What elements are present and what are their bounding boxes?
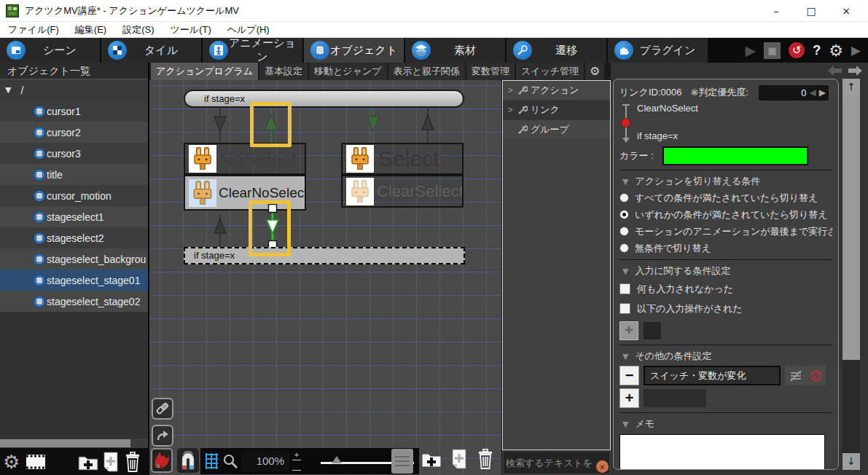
spin-right-icon[interactable]: ▶	[819, 87, 826, 98]
tab-display-parent[interactable]: 表示と親子関係	[388, 63, 465, 80]
section-switch-condition[interactable]: ▼ アクションを切り替える条件	[619, 173, 832, 189]
action-node-clearselect[interactable]: ClearSellect	[341, 175, 464, 208]
tree-item-stageselect1[interactable]: stageselect1	[0, 206, 148, 227]
close-button[interactable]: ×	[839, 5, 853, 17]
disable-condition-icon[interactable]	[810, 370, 822, 382]
maximize-button[interactable]: □	[804, 5, 818, 17]
tree-item-stageselect-stage02[interactable]: stageselect_stage02	[0, 291, 148, 312]
editor-gear-icon[interactable]: ⚙	[585, 63, 604, 80]
action-node-noselect[interactable]: NoSelect	[184, 143, 306, 175]
add-condition-button[interactable]: +	[619, 388, 639, 408]
section-collapse-icon[interactable]: ▼	[622, 177, 628, 187]
action-node-select[interactable]: Select	[341, 143, 464, 175]
checkbox-input-done[interactable]: 以下の入力操作がされた	[619, 299, 832, 318]
flame-render-button[interactable]	[151, 448, 173, 473]
add-action-icon[interactable]	[451, 449, 467, 469]
grid-toggle-icon[interactable]	[205, 452, 219, 470]
condition-node-top[interactable]: if stage=x	[184, 90, 464, 108]
tab-switch-management[interactable]: スイッチ管理	[516, 63, 584, 80]
tree-root-row[interactable]: ▼ /	[0, 79, 148, 101]
tab-move-jump[interactable]: 移動とジャンプ	[309, 63, 387, 80]
structure-item-link[interactable]: > リンク	[503, 101, 610, 120]
condition-value-field[interactable]: スイッチ・変数が変化	[644, 366, 781, 385]
radio-icon[interactable]	[619, 243, 629, 253]
radio-motion-finished[interactable]: モーションのアニメーションが最後まで実行された	[619, 223, 832, 240]
search-input[interactable]	[504, 452, 609, 474]
radio-icon[interactable]	[619, 227, 629, 236]
history-forward-icon[interactable]	[848, 66, 862, 76]
tree-item-stageselect-background[interactable]: stageselect_backgrou	[0, 248, 148, 270]
undo-icon[interactable]: ↺	[789, 42, 805, 58]
collapse-triangle-icon[interactable]: ▼	[5, 85, 11, 95]
tab-material[interactable]: 素材	[405, 38, 505, 63]
add-input-condition-button[interactable]: +	[619, 321, 638, 340]
menu-settings[interactable]: 設定(S)	[114, 23, 162, 36]
play-test-icon[interactable]: ▶	[746, 42, 756, 58]
edit-condition-icon[interactable]	[789, 370, 802, 382]
section-other-condition[interactable]: ▼ その他の条件設定	[619, 348, 832, 364]
horizontal-scrollbar[interactable]	[0, 439, 148, 448]
history-back-icon[interactable]	[828, 66, 842, 76]
animation-strip-icon[interactable]	[26, 454, 46, 470]
tree-item-stageselect2[interactable]: stageselect2	[0, 227, 148, 248]
add-action-folder-icon[interactable]	[421, 450, 442, 468]
stop-button[interactable]: ■	[764, 42, 781, 59]
tab-object[interactable]: オブジェクト	[304, 38, 404, 63]
section-collapse-icon[interactable]: ▼	[622, 352, 628, 361]
checkbox-icon[interactable]	[619, 303, 630, 314]
spin-left-icon[interactable]: ◀	[810, 87, 816, 98]
structure-item-group[interactable]: グループ	[503, 120, 610, 140]
action-program-canvas[interactable]: if stage=x	[149, 80, 501, 475]
scroll-up-icon[interactable]: ↑	[842, 79, 860, 95]
radio-all-conditions[interactable]: すべての条件が満たされていたら切り替え	[619, 189, 832, 206]
curve-link-tool-button[interactable]	[152, 425, 173, 447]
tab-basic-settings[interactable]: 基本設定	[259, 63, 308, 80]
object-settings-gear-icon[interactable]: ⚙	[3, 451, 20, 473]
scrollbar-thumb[interactable]	[842, 95, 860, 360]
section-collapse-icon[interactable]: ▼	[622, 420, 628, 429]
chevron-right-icon[interactable]: >	[503, 105, 517, 115]
tree-item-title[interactable]: title	[0, 164, 148, 185]
radio-any-condition[interactable]: いずれかの条件が満たされていたら切り替え	[619, 206, 832, 223]
remove-condition-button[interactable]: −	[619, 366, 639, 385]
snap-magnet-button[interactable]	[177, 448, 199, 473]
section-memo[interactable]: ▼ メモ	[619, 416, 832, 432]
menu-tools[interactable]: ツール(T)	[163, 23, 219, 36]
tree-item-cursor2[interactable]: cursor2	[0, 122, 148, 143]
tree-item-stageselect-stage01[interactable]: stageselect_stage01	[0, 270, 148, 291]
priority-spinner[interactable]: 0 ◀ ▶	[759, 85, 829, 101]
delete-action-icon[interactable]	[477, 449, 493, 469]
radio-icon[interactable]	[619, 193, 629, 203]
radio-selected-icon[interactable]	[619, 210, 629, 219]
delete-object-icon[interactable]	[125, 452, 141, 472]
zoom-magnifier-icon[interactable]	[222, 453, 238, 469]
condition-node-bottom-selected[interactable]: if stage=x	[184, 247, 465, 264]
zoom-value-field[interactable]: 100%	[241, 451, 289, 471]
tab-action-program[interactable]: アクションプログラム	[151, 63, 258, 80]
section-input-condition[interactable]: ▼ 入力に関する条件設定	[619, 263, 832, 279]
link-tool-button[interactable]	[152, 398, 173, 420]
help-icon[interactable]: ?	[813, 43, 821, 58]
checkbox-no-input[interactable]: 何も入力されなかった	[619, 279, 832, 299]
add-folder-icon[interactable]	[78, 453, 98, 471]
tab-plugin[interactable]: プラグイン	[608, 38, 708, 63]
zoom-slider-handle[interactable]	[391, 449, 413, 474]
tab-animation[interactable]: アニメーション	[203, 38, 302, 63]
menu-help[interactable]: ヘルプ(H)	[219, 23, 278, 36]
radio-unconditional[interactable]: 無条件で切り替え	[619, 240, 832, 256]
zoom-stepper[interactable]: +	[291, 450, 302, 472]
search-clear-icon[interactable]: ×	[596, 460, 609, 473]
tab-variable-management[interactable]: 変数管理	[466, 63, 515, 80]
memo-textarea[interactable]	[619, 434, 825, 470]
tab-transition[interactable]: 遷移	[507, 38, 606, 63]
menu-file[interactable]: ファイル(F)	[0, 23, 67, 36]
menu-edit[interactable]: 編集(E)	[67, 23, 114, 36]
minimize-button[interactable]: –	[769, 5, 783, 17]
scrollbar-thumb[interactable]	[0, 439, 130, 447]
link-color-swatch[interactable]	[662, 146, 808, 165]
inspector-scrollbar[interactable]: ↑ ↓	[842, 79, 860, 470]
run-icon[interactable]: ▶	[851, 43, 861, 58]
tree-item-cursor-motion[interactable]: cursor_motion	[0, 185, 148, 206]
scroll-down-icon[interactable]: ↓	[842, 453, 860, 470]
tree-item-cursor3[interactable]: cursor3	[0, 143, 148, 164]
